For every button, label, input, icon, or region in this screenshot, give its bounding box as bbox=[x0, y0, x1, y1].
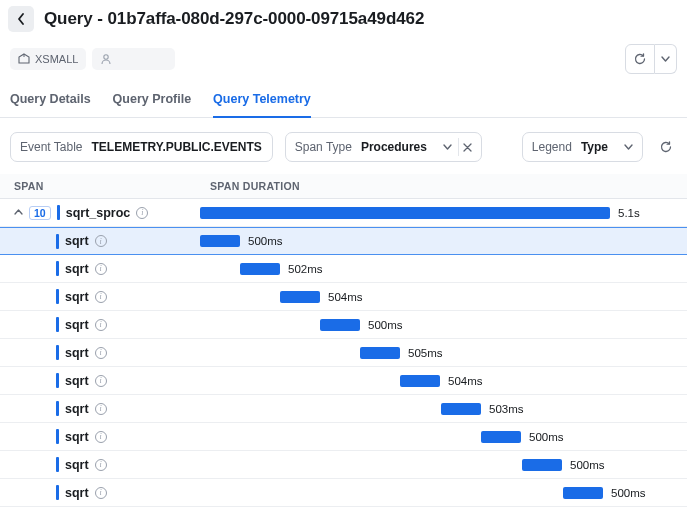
role-label bbox=[117, 53, 120, 65]
span-tick bbox=[56, 429, 59, 444]
filter-span-type[interactable]: Span Type Procedures bbox=[285, 132, 482, 162]
duration-bar bbox=[240, 263, 280, 275]
span-name: sqrt bbox=[65, 430, 89, 444]
svg-point-0 bbox=[104, 55, 108, 59]
warehouse-label: XSMALL bbox=[35, 53, 78, 65]
span-row[interactable]: sqrti500ms bbox=[0, 423, 687, 451]
duration-bar bbox=[441, 403, 481, 415]
span-tick bbox=[56, 317, 59, 332]
duration-label: 504ms bbox=[448, 375, 483, 387]
chevron-left-icon bbox=[17, 13, 25, 25]
tab-query-details[interactable]: Query Details bbox=[10, 84, 91, 117]
span-row[interactable]: sqrti500ms bbox=[0, 451, 687, 479]
role-chip[interactable] bbox=[92, 48, 175, 70]
duration-label: 5.1s bbox=[618, 207, 640, 219]
info-icon[interactable]: i bbox=[95, 291, 107, 303]
span-name: sqrt bbox=[65, 346, 89, 360]
info-icon[interactable]: i bbox=[95, 431, 107, 443]
span-tick bbox=[56, 261, 59, 276]
close-icon[interactable] bbox=[459, 143, 481, 152]
col-header-span: SPAN bbox=[10, 180, 210, 192]
tab-query-telemetry[interactable]: Query Telemetry bbox=[213, 84, 311, 118]
legend-selector[interactable]: Legend Type bbox=[522, 132, 643, 162]
info-icon[interactable]: i bbox=[136, 207, 148, 219]
span-tick bbox=[56, 345, 59, 360]
info-icon[interactable]: i bbox=[95, 263, 107, 275]
duration-bar bbox=[200, 235, 240, 247]
span-row[interactable]: sqrti500ms bbox=[0, 227, 687, 255]
span-name: sqrt_sproc bbox=[66, 206, 131, 220]
span-tick bbox=[56, 457, 59, 472]
span-row-root[interactable]: 10sqrt_sproci5.1s bbox=[0, 199, 687, 227]
duration-label: 500ms bbox=[570, 459, 605, 471]
duration-label: 500ms bbox=[248, 235, 283, 247]
span-name: sqrt bbox=[65, 262, 89, 276]
info-icon[interactable]: i bbox=[95, 375, 107, 387]
filter-event-table-key: Event Table bbox=[11, 140, 92, 154]
refresh-telemetry-button[interactable] bbox=[655, 140, 677, 154]
filter-span-type-key: Span Type bbox=[286, 140, 361, 154]
span-tick bbox=[56, 234, 59, 249]
duration-bar bbox=[320, 319, 360, 331]
span-name: sqrt bbox=[65, 318, 89, 332]
span-name: sqrt bbox=[65, 290, 89, 304]
child-count-badge: 10 bbox=[29, 206, 51, 220]
tabs: Query Details Query Profile Query Teleme… bbox=[0, 84, 687, 118]
collapse-toggle[interactable] bbox=[14, 208, 23, 217]
duration-bar bbox=[563, 487, 603, 499]
duration-label: 500ms bbox=[529, 431, 564, 443]
back-button[interactable] bbox=[8, 6, 34, 32]
legend-key: Legend bbox=[523, 140, 581, 154]
duration-bar bbox=[400, 375, 440, 387]
col-header-duration: SPAN DURATION bbox=[210, 180, 677, 192]
span-tick bbox=[56, 373, 59, 388]
duration-label: 502ms bbox=[288, 263, 323, 275]
refresh-icon bbox=[659, 140, 673, 154]
user-icon bbox=[100, 53, 112, 65]
chevron-down-icon bbox=[661, 56, 670, 62]
span-name: sqrt bbox=[65, 486, 89, 500]
span-row[interactable]: sqrti500ms bbox=[0, 479, 687, 507]
span-row[interactable]: sqrti504ms bbox=[0, 283, 687, 311]
span-row[interactable]: sqrti503ms bbox=[0, 395, 687, 423]
info-icon[interactable]: i bbox=[95, 319, 107, 331]
span-row[interactable]: sqrti502ms bbox=[0, 255, 687, 283]
duration-label: 500ms bbox=[611, 487, 646, 499]
span-name: sqrt bbox=[65, 402, 89, 416]
duration-label: 503ms bbox=[489, 403, 524, 415]
span-row[interactable]: sqrti505ms bbox=[0, 339, 687, 367]
warehouse-chip[interactable]: XSMALL bbox=[10, 48, 86, 70]
span-tick bbox=[56, 401, 59, 416]
refresh-icon bbox=[633, 52, 647, 66]
duration-bar bbox=[200, 207, 610, 219]
span-name: sqrt bbox=[65, 234, 89, 248]
duration-label: 500ms bbox=[368, 319, 403, 331]
span-tick bbox=[57, 205, 60, 220]
info-icon[interactable]: i bbox=[95, 459, 107, 471]
duration-label: 505ms bbox=[408, 347, 443, 359]
duration-bar bbox=[280, 291, 320, 303]
duration-bar bbox=[360, 347, 400, 359]
duration-bar bbox=[481, 431, 521, 443]
info-icon[interactable]: i bbox=[95, 347, 107, 359]
filter-span-type-val: Procedures bbox=[361, 140, 437, 154]
span-name: sqrt bbox=[65, 374, 89, 388]
span-tick bbox=[56, 485, 59, 500]
tab-query-profile[interactable]: Query Profile bbox=[113, 84, 192, 117]
refresh-options-button[interactable] bbox=[655, 44, 677, 74]
filter-event-table[interactable]: Event Table TELEMETRY.PUBLIC.EVENTS bbox=[10, 132, 273, 162]
chevron-down-icon[interactable] bbox=[437, 144, 458, 150]
info-icon[interactable]: i bbox=[95, 403, 107, 415]
span-tick bbox=[56, 289, 59, 304]
span-row[interactable]: sqrti504ms bbox=[0, 367, 687, 395]
info-icon[interactable]: i bbox=[95, 487, 107, 499]
chevron-down-icon[interactable] bbox=[618, 144, 642, 150]
filter-event-table-val: TELEMETRY.PUBLIC.EVENTS bbox=[92, 140, 272, 154]
warehouse-icon bbox=[18, 53, 30, 65]
span-row[interactable]: sqrti500ms bbox=[0, 311, 687, 339]
refresh-button[interactable] bbox=[625, 44, 655, 74]
page-title: Query - 01b7affa-080d-297c-0000-09715a49… bbox=[44, 9, 424, 29]
span-name: sqrt bbox=[65, 458, 89, 472]
info-icon[interactable]: i bbox=[95, 235, 107, 247]
duration-bar bbox=[522, 459, 562, 471]
